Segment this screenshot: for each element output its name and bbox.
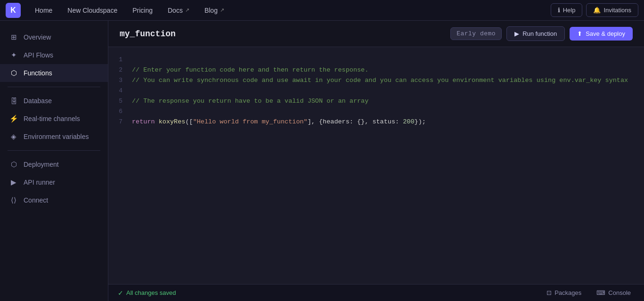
main-panel: my_function Early demo ▶ Run function ⬆ …	[108, 21, 644, 301]
nav-pricing[interactable]: Pricing	[126, 4, 159, 17]
status-bar: ✓ All changes saved ⊡ Packages ⌨ Console	[108, 284, 644, 301]
code-line-7: 7 return koxyRes(["Hello world from my_f…	[108, 117, 644, 127]
sidebar: ⊞ Overview ✦ API Flows ⬡ Functions 🗄 Dat…	[0, 21, 108, 301]
runner-icon: ▶	[9, 178, 18, 187]
line-number: 5	[108, 96, 132, 106]
functions-icon: ⬡	[9, 69, 18, 77]
logo[interactable]: K	[6, 3, 21, 18]
sidebar-item-realtime[interactable]: ⚡ Real-time channels	[0, 110, 108, 128]
sidebar-item-connect[interactable]: ⟨⟩ Connect	[0, 191, 108, 209]
invitations-button[interactable]: 🔔 Invitations	[586, 3, 638, 17]
upload-icon: ⬆	[577, 30, 582, 37]
nav-docs[interactable]: Docs ↗	[161, 4, 196, 17]
code-line-6: 6	[108, 106, 644, 117]
status-saved: ✓ All changes saved	[118, 289, 176, 297]
line-number: 1	[108, 55, 132, 65]
sidebar-item-functions[interactable]: ⬡ Functions	[0, 64, 108, 82]
console-button[interactable]: ⌨ Console	[593, 287, 635, 298]
status-right-actions: ⊡ Packages ⌨ Console	[543, 287, 635, 298]
early-demo-badge: Early demo	[450, 27, 502, 40]
external-link-icon: ↗	[220, 7, 224, 13]
sidebar-item-overview[interactable]: ⊞ Overview	[0, 28, 108, 46]
sidebar-divider-2	[8, 150, 100, 151]
package-icon: ⊡	[546, 289, 552, 296]
code-line-4: 4	[108, 86, 644, 96]
grid-icon: ⊞	[9, 33, 18, 41]
play-icon: ▶	[514, 30, 519, 37]
sidebar-item-api-runner[interactable]: ▶ API runner	[0, 173, 108, 191]
run-function-button[interactable]: ▶ Run function	[506, 26, 565, 41]
topnav: K Home New Cloudspace Pricing Docs ↗ Blo…	[0, 0, 644, 21]
packages-button[interactable]: ⊡ Packages	[543, 287, 585, 298]
code-editor[interactable]: 1 2 // Enter your function code here and…	[108, 47, 644, 284]
nav-new-cloudspace[interactable]: New Cloudspace	[61, 4, 124, 17]
info-icon: ℹ	[558, 7, 560, 14]
line-number: 7	[108, 117, 132, 127]
bell-icon: 🔔	[593, 7, 601, 14]
deployment-icon: ⬡	[9, 160, 18, 169]
code-line-3: 3 // You can write synchronous code and …	[108, 75, 644, 86]
sidebar-item-env-vars[interactable]: ◈ Environment variables	[0, 128, 108, 146]
code-line-2: 2 // Enter your function code here and t…	[108, 65, 644, 75]
nav-links: Home New Cloudspace Pricing Docs ↗ Blog …	[28, 4, 551, 17]
env-icon: ◈	[9, 132, 18, 141]
connect-icon: ⟨⟩	[9, 196, 18, 204]
line-number: 2	[108, 65, 132, 75]
external-link-icon: ↗	[185, 7, 189, 13]
flows-icon: ✦	[9, 51, 18, 59]
nav-right: ℹ Help 🔔 Invitations	[551, 3, 638, 17]
sidebar-item-api-flows[interactable]: ✦ API Flows	[0, 46, 108, 64]
function-header-actions: Early demo ▶ Run function ⬆ Save & deplo…	[450, 26, 633, 41]
code-line-5: 5 // The response you return have to be …	[108, 96, 644, 106]
realtime-icon: ⚡	[9, 114, 18, 123]
line-number: 6	[108, 106, 132, 117]
sidebar-divider-1	[8, 87, 100, 87]
function-header: my_function Early demo ▶ Run function ⬆ …	[108, 21, 644, 47]
line-number: 4	[108, 86, 132, 96]
main-layout: ⊞ Overview ✦ API Flows ⬡ Functions 🗄 Dat…	[0, 21, 644, 301]
check-icon: ✓	[118, 289, 123, 297]
save-deploy-button[interactable]: ⬆ Save & deploy	[570, 27, 633, 41]
sidebar-item-database[interactable]: 🗄 Database	[0, 92, 108, 110]
terminal-icon: ⌨	[596, 289, 605, 296]
code-line-1: 1	[108, 55, 644, 65]
nav-blog[interactable]: Blog ↗	[198, 4, 231, 17]
function-title: my_function	[120, 29, 176, 39]
sidebar-item-deployment[interactable]: ⬡ Deployment	[0, 155, 108, 173]
line-number: 3	[108, 75, 132, 86]
database-icon: 🗄	[9, 97, 18, 105]
nav-home[interactable]: Home	[28, 4, 59, 17]
help-button[interactable]: ℹ Help	[551, 3, 583, 17]
